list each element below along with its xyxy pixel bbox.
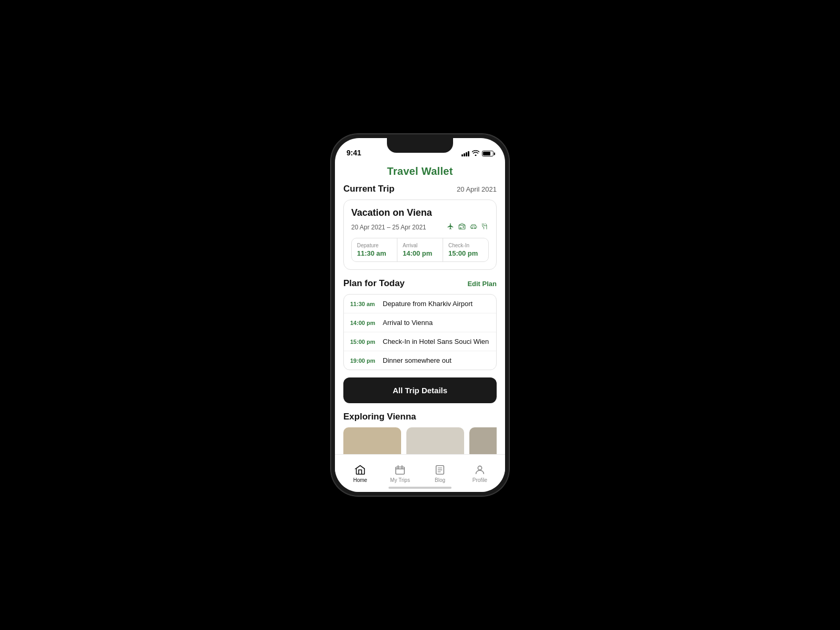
phone-notch [387,138,453,153]
plan-time-1: 11:30 am [350,301,377,307]
trip-date-range: 20 Apr 2021 – 25 Apr 2021 [351,224,426,231]
plan-list: 11:30 am Depature from Kharkiv Airport 1… [343,294,497,370]
plan-header: Plan for Today Edit Plan [343,278,497,289]
plan-desc-1: Depature from Kharkiv Airport [383,300,472,308]
explore-card-1[interactable] [343,427,401,454]
all-trip-details-button[interactable]: All Trip Details [343,377,497,403]
nav-home[interactable]: Home [340,464,380,483]
plan-desc-2: Arrival to Vienna [383,319,433,327]
time-info-row: Depature 11:30 am Arrival 14:00 pm Check… [351,238,489,262]
exploring-section: Exploring Vienna [335,412,505,454]
trip-dates-row: 20 Apr 2021 – 25 Apr 2021 [351,223,489,232]
nav-blog-label: Blog [435,477,445,483]
explore-img-2 [406,427,464,454]
nav-home-label: Home [353,477,368,483]
hotel-icon [458,223,466,232]
signal-icon [461,151,469,156]
plan-item-2: 14:00 pm Arrival to Vienna [344,313,496,332]
departure-cell: Depature 11:30 am [352,238,397,261]
checkin-label: Check-In [448,243,483,248]
app-header: Travel Wallet [335,161,505,184]
plan-time-2: 14:00 pm [350,320,377,326]
explore-img-3 [469,427,497,454]
edit-plan-btn[interactable]: Edit Plan [467,280,497,288]
plan-time-4: 19:00 pm [350,358,377,364]
plan-desc-4: Dinner somewhere out [383,356,452,364]
departure-value: 11:30 am [357,249,392,257]
svg-rect-4 [396,467,405,474]
svg-point-6 [478,466,481,469]
plan-item-3: 15:00 pm Check-In in Hotel Sans Souci Wi… [344,332,496,351]
plane-icon [447,223,454,232]
explore-cards[interactable] [343,427,497,454]
home-icon [354,464,366,476]
trip-card[interactable]: Vacation on Viena 20 Apr 2021 – 25 Apr 2… [343,200,497,270]
departure-label: Depature [357,243,392,248]
screen-content[interactable]: Travel Wallet Current Trip 20 April 2021… [335,161,505,454]
nav-blog[interactable]: Blog [420,464,460,483]
blog-icon [434,464,446,476]
arrival-cell: Arrival 14:00 pm [397,238,443,261]
nav-my-trips[interactable]: My Trips [380,464,420,483]
plan-time-3: 15:00 pm [350,339,377,345]
wifi-icon [472,150,479,157]
food-icon [481,223,489,232]
plan-desc-3: Check-In in Hotel Sans Souci Wien [383,338,489,345]
bottom-nav: Home My Trips Blog [335,454,505,492]
profile-icon [474,464,486,476]
plan-title: Plan for Today [343,278,405,289]
current-trip-label: Current Trip [343,184,394,194]
current-trip-header: Current Trip 20 April 2021 [343,184,497,194]
explore-card-2[interactable] [406,427,464,454]
my-trips-icon [394,464,406,476]
nav-profile[interactable]: Profile [460,464,500,483]
explore-img-1 [343,427,401,454]
phone-frame: 9:41 Trave [331,134,509,496]
app-title: Travel Wallet [335,165,505,177]
trip-name: Vacation on Viena [351,207,489,218]
arrival-value: 14:00 pm [403,249,437,257]
phone-screen: 9:41 Trave [335,138,505,492]
explore-card-3[interactable] [469,427,497,454]
plan-item-1: 11:30 am Depature from Kharkiv Airport [344,295,496,313]
plan-item-4: 19:00 pm Dinner somewhere out [344,351,496,370]
car-icon [470,223,477,232]
current-trip-section: Current Trip 20 April 2021 Vacation on V… [335,184,505,278]
exploring-title: Exploring Vienna [343,412,497,422]
status-icons [461,150,494,158]
status-time: 9:41 [346,149,361,158]
nav-profile-label: Profile [472,477,487,483]
plan-section: Plan for Today Edit Plan 11:30 am Depatu… [335,278,505,412]
battery-icon [482,151,494,156]
svg-rect-0 [459,225,465,229]
arrival-label: Arrival [403,243,437,248]
nav-my-trips-label: My Trips [390,477,410,483]
checkin-cell: Check-In 15:00 pm [443,238,488,261]
trip-category-icons [447,223,489,232]
checkin-value: 15:00 pm [448,249,483,257]
current-trip-date: 20 April 2021 [457,185,497,193]
